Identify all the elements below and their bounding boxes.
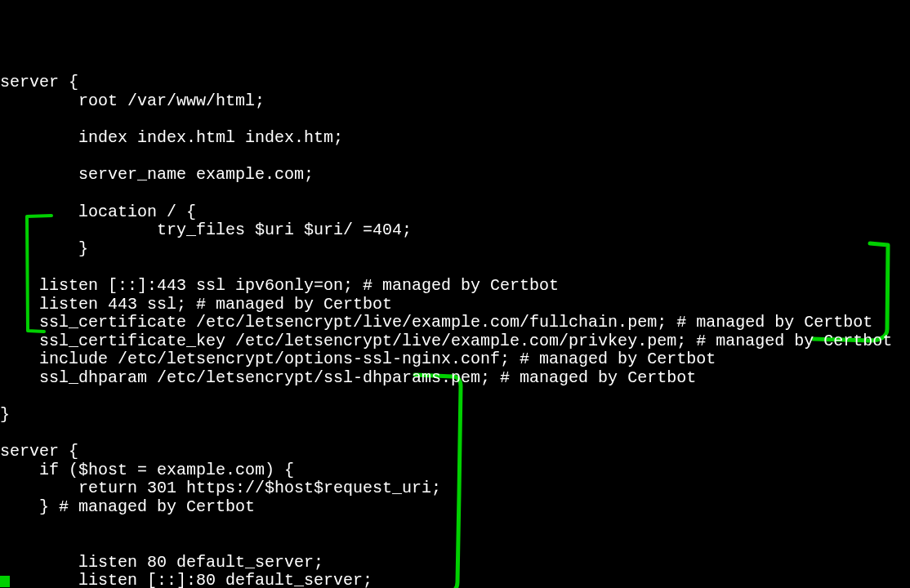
code-line: include /etc/letsencrypt/options-ssl-ngi… <box>0 350 716 368</box>
code-line: listen [::]:80 default_server; <box>0 571 372 588</box>
code-line: server { <box>0 442 78 461</box>
config-code-block: server { root /var/www/html; index index… <box>0 74 910 588</box>
code-line: listen 80 default_server; <box>0 553 323 572</box>
code-line: server_name example.com; <box>0 165 314 184</box>
code-line: ssl_certificate_key /etc/letsencrypt/liv… <box>0 332 892 350</box>
code-line: index index.html index.htm; <box>0 128 343 147</box>
code-line: ssl_certificate /etc/letsencrypt/live/ex… <box>0 313 872 332</box>
code-line: } <box>0 405 10 424</box>
code-line: if ($host = example.com) { <box>0 461 294 479</box>
code-line: } # managed by Certbot <box>0 497 255 516</box>
code-line: } <box>0 239 88 258</box>
code-line: ssl_dhparam /etc/letsencrypt/ssl-dhparam… <box>0 368 696 387</box>
code-line: try_files $uri $uri/ =404; <box>0 220 412 239</box>
code-line: location / { <box>0 203 196 221</box>
code-line: server { <box>0 73 78 91</box>
terminal-cursor <box>0 576 10 587</box>
code-line: listen 443 ssl; # managed by Certbot <box>0 295 392 314</box>
code-line: root /var/www/html; <box>0 91 265 110</box>
code-line: return 301 https://$host$request_uri; <box>0 479 441 497</box>
code-line: listen [::]:443 ssl ipv6only=on; # manag… <box>0 276 559 295</box>
